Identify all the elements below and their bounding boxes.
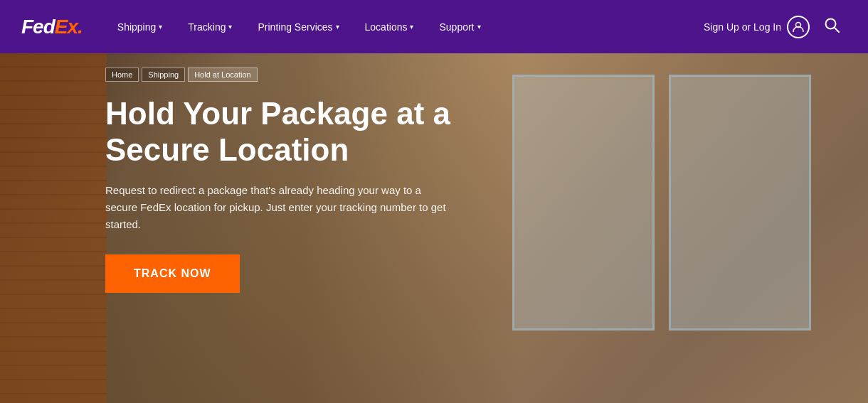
main-header: FedEx. Shipping ▾ Tracking ▾ Printing Se… (0, 0, 868, 53)
breadcrumb-home[interactable]: Home (105, 68, 139, 82)
nav-tracking-label: Tracking (188, 21, 226, 33)
sign-in-button[interactable]: Sign Up or Log In (704, 16, 810, 38)
chevron-down-icon: ▾ (159, 23, 162, 31)
nav-locations-label: Locations (365, 21, 408, 33)
logo-fed-text: Fed (21, 16, 55, 38)
main-nav: Shipping ▾ Tracking ▾ Printing Services … (105, 0, 704, 53)
chevron-down-icon: ▾ (228, 23, 232, 31)
fedex-logo[interactable]: FedEx. (21, 16, 83, 38)
chevron-down-icon: ▾ (336, 23, 339, 31)
hero-section: Home Shipping Hold at Location Hold Your… (0, 53, 868, 403)
hero-door-right (669, 75, 811, 331)
sign-in-label: Sign Up or Log In (704, 21, 781, 33)
hero-description: Request to redirect a package that's alr… (105, 182, 447, 233)
nav-item-shipping[interactable]: Shipping ▾ (105, 0, 176, 53)
nav-item-locations[interactable]: Locations ▾ (352, 0, 427, 53)
chevron-down-icon: ▾ (410, 23, 413, 31)
nav-support-label: Support (439, 21, 474, 33)
search-button[interactable] (817, 17, 847, 36)
nav-printing-label: Printing Services (258, 21, 332, 33)
hero-content: Hold Your Package at a Secure Location R… (105, 96, 468, 293)
hero-brick-texture (0, 53, 107, 403)
hero-title: Hold Your Package at a Secure Location (105, 96, 468, 168)
chevron-down-icon: ▾ (477, 23, 481, 31)
breadcrumb: Home Shipping Hold at Location (105, 68, 258, 82)
hero-door-left (512, 75, 655, 331)
breadcrumb-shipping[interactable]: Shipping (142, 68, 185, 82)
header-right-actions: Sign Up or Log In (704, 16, 847, 38)
nav-item-printing[interactable]: Printing Services ▾ (245, 0, 351, 53)
nav-item-tracking[interactable]: Tracking ▾ (175, 0, 245, 53)
breadcrumb-current: Hold at Location (188, 68, 258, 82)
svg-line-2 (835, 28, 840, 33)
nav-item-support[interactable]: Support ▾ (426, 0, 493, 53)
logo-dot-text: . (78, 16, 83, 38)
logo-ex-text: Ex (55, 16, 78, 38)
user-avatar-icon (787, 16, 810, 38)
track-now-button[interactable]: TRACK NOW (105, 254, 240, 293)
nav-shipping-label: Shipping (117, 21, 157, 33)
